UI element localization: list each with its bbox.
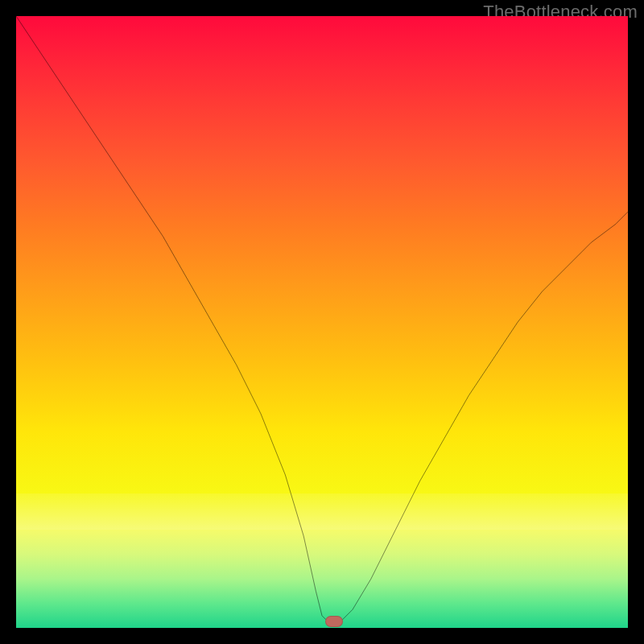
plot-area [16, 16, 628, 628]
curve-svg [16, 16, 628, 628]
optimum-marker [325, 616, 343, 627]
bottleneck-curve-path [16, 16, 628, 621]
chart-frame: TheBottleneck.com [0, 0, 644, 644]
